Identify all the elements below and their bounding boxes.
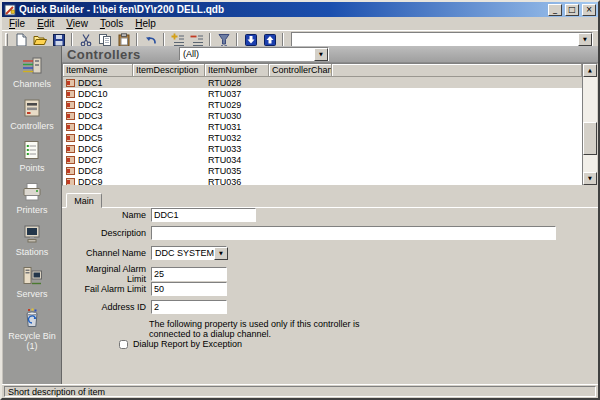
controllers-panel: Controllers (All) ▼ ItemName ItemDescrip… <box>62 46 598 384</box>
maximize-button[interactable]: □ <box>565 4 579 16</box>
controller-icon <box>66 101 75 109</box>
scrollbar-thumb[interactable] <box>583 122 597 155</box>
servers-icon <box>20 265 44 289</box>
sidebar-item-label: Servers <box>16 290 47 299</box>
close-button[interactable]: × <box>582 4 596 16</box>
chevron-down-icon[interactable]: ▼ <box>214 247 228 260</box>
page-title: Controllers <box>62 46 598 62</box>
window-title: Quick Builder - I:\bei fen\DY\r200 DELL.… <box>19 4 545 15</box>
table-row[interactable]: DDC8RTU035 <box>63 165 582 176</box>
toolbar-combobox[interactable]: ▼ <box>291 32 593 47</box>
controller-icon <box>66 134 75 142</box>
filter-dropdown[interactable]: (All) ▼ <box>179 47 329 61</box>
toolbar-separator <box>282 33 284 47</box>
dialup-note: The following property is used only if t… <box>149 319 360 339</box>
table-row[interactable]: DDC3RTU030 <box>63 110 582 121</box>
toolbar-separator <box>136 33 138 47</box>
controller-icon <box>66 145 75 153</box>
panel-header: Controllers (All) ▼ <box>62 46 598 63</box>
table-row[interactable]: DDC9RTU036 <box>63 176 582 185</box>
scroll-up-icon[interactable]: ▲ <box>583 64 597 77</box>
menu-view[interactable]: View <box>60 17 94 30</box>
controller-icon <box>66 156 75 164</box>
property-form: Main Name Description Channel Name DDC S… <box>62 186 598 384</box>
scroll-down-icon[interactable]: ▼ <box>583 172 597 185</box>
column-header-controllerchannel[interactable]: ControllerChann... <box>269 64 332 77</box>
column-header-itemname[interactable]: ItemName <box>63 64 133 77</box>
scrollbar-track[interactable] <box>583 77 597 172</box>
app-icon <box>4 4 16 16</box>
dialup-report-checkbox[interactable] <box>119 340 128 349</box>
toolbar-separator <box>163 33 165 47</box>
menu-edit[interactable]: Edit <box>31 17 60 30</box>
column-header-itemnumber[interactable]: ItemNumber <box>205 64 269 77</box>
list-header: ItemName ItemDescription ItemNumber Cont… <box>63 64 582 77</box>
sidebar-item-recycle-bin[interactable]: Recycle Bin (1) <box>8 307 56 351</box>
controllers-icon <box>20 97 44 121</box>
sidebar-item-printers[interactable]: Printers <box>16 181 47 215</box>
table-row[interactable]: DDC10RTU037 <box>63 88 582 99</box>
sidebar-item-stations[interactable]: Stations <box>16 223 49 257</box>
app-window: Quick Builder - I:\bei fen\DY\r200 DELL.… <box>0 0 600 400</box>
sidebar-item-label: Stations <box>16 248 49 257</box>
stations-icon <box>20 223 44 247</box>
channel-name-label: Channel Name <box>66 248 151 258</box>
fail-alarm-limit-field[interactable] <box>151 282 227 296</box>
menu-help[interactable]: Help <box>129 17 162 30</box>
table-row[interactable]: DDC7RTU034 <box>63 154 582 165</box>
address-id-field[interactable] <box>151 300 227 314</box>
table-row[interactable]: DDC4RTU031 <box>63 121 582 132</box>
chevron-down-icon[interactable]: ▼ <box>578 33 592 46</box>
vertical-scrollbar[interactable]: ▲ ▼ <box>582 64 597 185</box>
minimize-button[interactable]: _ <box>548 4 562 16</box>
dialup-checkbox-row: Dialup Report by Exception <box>119 339 242 349</box>
sidebar-item-servers[interactable]: Servers <box>16 265 47 299</box>
controller-icon <box>66 123 75 131</box>
toolbar-separator <box>236 33 238 47</box>
channel-name-value: DDC SYSTEM <box>152 248 214 258</box>
table-row[interactable]: DDC5RTU032 <box>63 132 582 143</box>
address-id-label: Address ID <box>66 302 151 312</box>
controller-icon <box>66 112 75 120</box>
sidebar-item-count: (1) <box>27 342 38 351</box>
table-row[interactable]: DDC2RTU029 <box>63 99 582 110</box>
table-row[interactable]: DDC1RTU028 <box>63 77 582 88</box>
menubar: File Edit View Tools Help <box>2 17 598 30</box>
toolbar-separator <box>209 33 211 47</box>
table-row[interactable]: DDC6RTU033 <box>63 143 582 154</box>
sidebar-item-controllers[interactable]: Controllers <box>10 97 54 131</box>
chevron-down-icon[interactable]: ▼ <box>314 48 328 61</box>
sidebar: Channels Controllers Points Printers Sta… <box>2 46 62 384</box>
name-label: Name <box>66 210 151 220</box>
sidebar-item-label: Controllers <box>10 122 54 131</box>
tab-main[interactable]: Main <box>66 193 102 208</box>
sidebar-item-label: Recycle Bin <box>8 332 56 341</box>
toolbar-separator <box>71 33 73 47</box>
main-content: Channels Controllers Points Printers Sta… <box>2 46 598 384</box>
dialup-note-line2: connected to a dialup channel. <box>149 329 360 339</box>
toolbar-grip[interactable] <box>5 33 8 47</box>
titlebar: Quick Builder - I:\bei fen\DY\r200 DELL.… <box>2 2 598 17</box>
fail-alarm-limit-label: Fail Alarm Limit <box>66 284 151 294</box>
column-header-itemdescription[interactable]: ItemDescription <box>133 64 205 77</box>
recycle-bin-icon <box>20 307 44 331</box>
controllers-list: ItemName ItemDescription ItemNumber Cont… <box>62 63 598 186</box>
menu-file[interactable]: File <box>3 17 31 30</box>
name-field[interactable] <box>151 208 256 222</box>
description-field[interactable] <box>151 226 556 240</box>
marginal-alarm-limit-label: Marginal Alarm Limit <box>66 264 151 284</box>
filter-value: (All) <box>180 49 314 59</box>
toolbar-combobox-input[interactable] <box>292 34 578 45</box>
printers-icon <box>20 181 44 205</box>
dialup-report-label: Dialup Report by Exception <box>133 339 242 349</box>
status-text: Short description of item <box>4 386 596 397</box>
column-header-filler <box>332 64 582 77</box>
controller-icon <box>66 167 75 175</box>
menu-tools[interactable]: Tools <box>94 17 129 30</box>
sidebar-item-channels[interactable]: Channels <box>13 55 51 89</box>
channel-name-dropdown[interactable]: DDC SYSTEM ▼ <box>151 246 227 260</box>
sidebar-item-points[interactable]: Points <box>19 139 44 173</box>
description-label: Description <box>66 228 151 238</box>
marginal-alarm-limit-field[interactable] <box>151 267 227 281</box>
statusbar: Short description of item <box>2 384 598 398</box>
